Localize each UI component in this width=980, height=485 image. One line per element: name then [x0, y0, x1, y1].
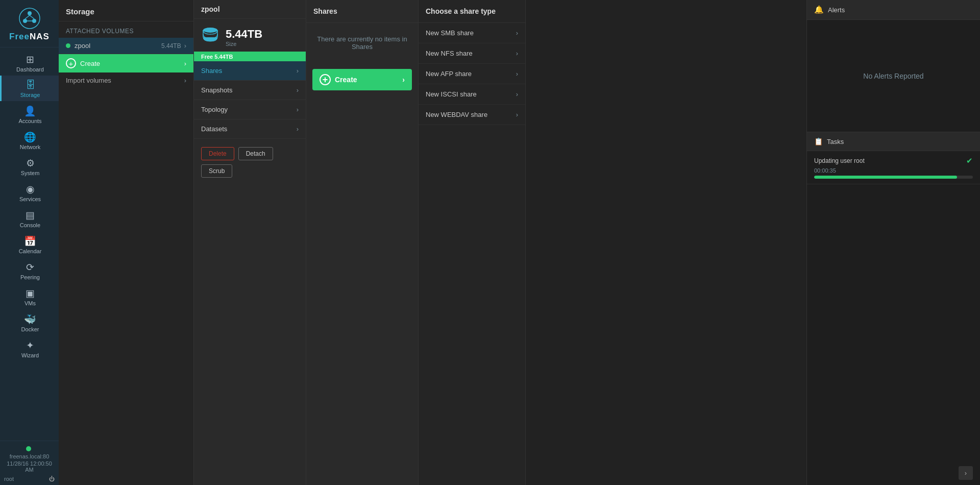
topology-chevron-icon: › — [297, 106, 299, 113]
task-progress-bar — [814, 176, 957, 179]
task-time: 00:00:35 — [814, 167, 973, 174]
create-volume-chevron-icon: › — [184, 60, 186, 67]
nav-snapshots[interactable]: Snapshots › — [194, 81, 306, 100]
no-alerts-text: No Alerts Reported — [863, 72, 923, 80]
status-dot — [26, 446, 31, 451]
nav-label-wizard: Wizard — [21, 352, 39, 358]
zpool-size: 5.44TB — [226, 28, 262, 41]
datasets-label: Datasets — [201, 125, 297, 133]
share-type-webdav[interactable]: New WEBDAV share › — [419, 105, 525, 125]
topology-label: Topology — [201, 106, 297, 113]
services-icon: ◉ — [26, 183, 35, 195]
nav-label-network: Network — [20, 144, 40, 150]
create-share-button[interactable]: + Create › — [312, 69, 412, 90]
smb-label: New SMB share — [426, 29, 516, 37]
nav-label-services: Services — [19, 196, 41, 202]
nav-shares[interactable]: Shares › — [194, 61, 306, 81]
task-name-row: Updating user root ✔ — [814, 156, 973, 165]
volume-size: 5.44TB — [161, 42, 181, 50]
share-type-column: Choose a share type New SMB share › New … — [419, 0, 526, 485]
task-check-icon: ✔ — [966, 156, 973, 165]
zpool-info: 5.44TB Size — [194, 19, 306, 52]
delete-button[interactable]: Delete — [201, 147, 234, 160]
docker-icon: 🐳 — [24, 313, 36, 325]
nav-datasets[interactable]: Datasets › — [194, 119, 306, 139]
nav-item-vms[interactable]: ▣ VMs — [0, 283, 59, 309]
nav-item-services[interactable]: ◉ Services — [0, 179, 59, 205]
power-icon[interactable]: ⏻ — [49, 476, 55, 482]
nav-item-wizard[interactable]: ✦ Wizard — [0, 335, 59, 361]
webdav-label: New WEBDAV share — [426, 111, 516, 118]
nav-item-console[interactable]: ▤ Console — [0, 205, 59, 231]
freenas-logo-icon — [18, 7, 41, 30]
nav-topology[interactable]: Topology › — [194, 100, 306, 119]
create-share-label: Create — [335, 76, 357, 84]
import-volumes-chevron-icon: › — [184, 77, 186, 84]
storage-column: Storage Attached volumes zpool 5.44TB › … — [59, 0, 194, 485]
col3-filler — [306, 96, 418, 485]
nav-label-docker: Docker — [21, 326, 39, 332]
right-panel: 🔔 Alerts No Alerts Reported 📋 Tasks Upda… — [806, 0, 980, 485]
system-icon: ⚙ — [26, 157, 35, 169]
scrub-button[interactable]: Scrub — [201, 164, 232, 178]
svg-point-7 — [203, 28, 217, 33]
afp-label: New AFP share — [426, 70, 516, 78]
shares-label: Shares — [201, 67, 297, 75]
alerts-section-header: 🔔 Alerts — [807, 0, 980, 20]
nav-item-network[interactable]: 🌐 Network — [0, 127, 59, 153]
shares-header: Shares — [306, 0, 418, 23]
nav-label-peering: Peering — [20, 274, 40, 280]
zpool-header: zpool — [194, 0, 306, 19]
share-type-header: Choose a share type — [419, 0, 525, 23]
smb-chevron-icon: › — [516, 29, 518, 37]
shares-chevron-icon: › — [297, 67, 299, 75]
plus-icon: + — [66, 58, 76, 68]
free-bar: Free 5.44TB — [194, 52, 306, 61]
console-icon: ▤ — [26, 209, 35, 221]
zpool-size-label: Size — [226, 41, 262, 47]
import-volumes-label: Import volumes — [66, 77, 184, 84]
datetime: 11/28/16 12:00:50 AM — [4, 460, 55, 473]
snapshots-chevron-icon: › — [297, 86, 299, 94]
detach-button[interactable]: Detach — [238, 147, 273, 160]
volume-status-dot — [66, 43, 70, 48]
calendar-icon: 📅 — [24, 235, 36, 247]
nav-label-console: Console — [20, 222, 40, 228]
share-type-smb[interactable]: New SMB share › — [419, 23, 525, 43]
nav-item-calendar[interactable]: 📅 Calendar — [0, 231, 59, 257]
create-volume-button[interactable]: + Create › — [59, 54, 193, 72]
right-footer: › — [807, 461, 980, 485]
sidebar-bottom: freenas.local:80 11/28/16 12:00:50 AM ro… — [0, 441, 59, 485]
import-volumes-button[interactable]: Import volumes › — [59, 72, 193, 88]
tasks-label: Tasks — [827, 138, 844, 146]
share-type-iscsi[interactable]: New ISCSI share › — [419, 84, 525, 105]
create-share-inner: + Create — [320, 74, 357, 85]
current-user: root — [4, 476, 14, 482]
nav-item-docker[interactable]: 🐳 Docker — [0, 309, 59, 335]
alerts-body: No Alerts Reported — [807, 20, 980, 132]
expand-button[interactable]: › — [959, 466, 973, 480]
volume-row-zpool[interactable]: zpool 5.44TB › — [59, 38, 193, 54]
nav-item-accounts[interactable]: 👤 Accounts — [0, 101, 59, 127]
nav-item-dashboard[interactable]: ⊞ Dashboard — [0, 50, 59, 76]
nav-item-system[interactable]: ⚙ System — [0, 153, 59, 179]
nav-item-peering[interactable]: ⟳ Peering — [0, 257, 59, 283]
nav-item-storage[interactable]: 🗄 Storage — [0, 76, 59, 101]
share-type-afp[interactable]: New AFP share › — [419, 64, 525, 84]
tasks-icon: 📋 — [814, 137, 823, 146]
peering-icon: ⟳ — [26, 261, 34, 273]
task-row: Updating user root ✔ 00:00:35 — [807, 151, 980, 184]
nav-label-calendar: Calendar — [19, 248, 42, 254]
main-content: Storage Attached volumes zpool 5.44TB › … — [59, 0, 980, 485]
wizard-icon: ✦ — [26, 340, 34, 351]
datasets-chevron-icon: › — [297, 125, 299, 133]
task-name-text: Updating user root — [814, 157, 865, 164]
col2-filler — [194, 186, 306, 485]
storage-icon: 🗄 — [26, 80, 35, 91]
volume-chevron-icon: › — [184, 42, 186, 50]
svg-point-1 — [28, 11, 32, 15]
share-type-nfs[interactable]: New NFS share › — [419, 43, 525, 64]
nav-label-vms: VMs — [24, 300, 36, 306]
dashboard-icon: ⊞ — [26, 54, 34, 65]
nfs-label: New NFS share — [426, 50, 516, 57]
